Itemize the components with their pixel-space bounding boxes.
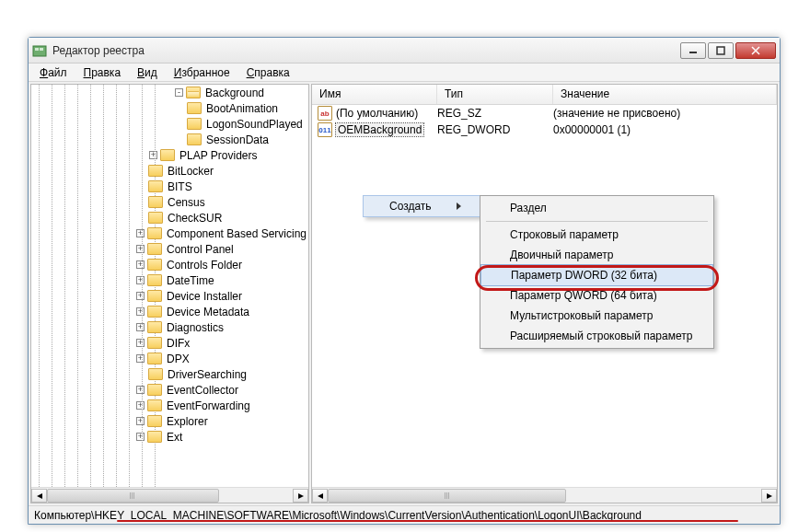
value-data: (значение не присвоено) <box>553 107 777 120</box>
tree-item[interactable]: +EventForwarding <box>31 398 308 413</box>
list-row[interactable]: 011OEMBackgroundREG_DWORD0x00000001 (1) <box>312 121 777 138</box>
expander-icon[interactable]: + <box>136 323 145 331</box>
tree-pane: -BackgroundBootAnimationLogonSoundPlayed… <box>30 84 309 503</box>
list-h-scrollbar[interactable]: ◂ ▸ <box>312 487 777 503</box>
expander-icon[interactable]: + <box>136 386 145 394</box>
scroll-right-button[interactable]: ▸ <box>293 489 308 503</box>
ctx-new-dword[interactable]: Параметр DWORD (32 бита) <box>480 264 713 286</box>
folder-icon <box>147 431 162 443</box>
window-title: Редактор реестра <box>52 44 678 57</box>
tree-h-scrollbar[interactable]: ◂ ▸ <box>31 487 308 503</box>
tree-item-label: Device Installer <box>165 290 244 303</box>
ctx-new-expandstring[interactable]: Расширяемый строковый параметр <box>480 326 713 346</box>
tree-item-label: Component Based Servicing <box>165 227 308 240</box>
ctx-create[interactable]: Создать <box>363 195 480 217</box>
value-type-icon: ab <box>318 106 332 121</box>
menu-view[interactable]: Вид <box>130 64 165 81</box>
folder-icon <box>147 415 162 427</box>
menu-edit[interactable]: Правка <box>76 64 129 81</box>
tree-item[interactable]: LogonSoundPlayed <box>31 116 308 132</box>
list-rows[interactable]: ab(По умолчанию)REG_SZ(значение не присв… <box>312 105 777 138</box>
menu-help[interactable]: Справка <box>239 64 297 81</box>
tree-item[interactable]: +Device Installer <box>31 288 308 304</box>
value-name: (По умолчанию) <box>336 107 418 120</box>
tree-item[interactable]: CheckSUR <box>31 210 308 226</box>
ctx-new-qword[interactable]: Параметр QWORD (64 бита) <box>480 285 713 306</box>
tree-item[interactable]: +Diagnostics <box>31 319 308 335</box>
menu-file[interactable]: Файл <box>32 64 75 81</box>
col-name[interactable]: Имя <box>312 85 437 104</box>
close-button[interactable] <box>735 42 776 59</box>
tree-item[interactable]: +DIFx <box>31 335 308 351</box>
tree-item[interactable]: SessionData <box>31 132 308 147</box>
tree-item[interactable]: +EventCollector <box>31 382 308 398</box>
svg-rect-0 <box>33 46 46 56</box>
expander-icon[interactable]: + <box>136 229 145 237</box>
expander-icon[interactable]: + <box>136 292 145 300</box>
tree-item-label: Explorer <box>165 415 210 428</box>
tree-item[interactable]: +PLAP Providers <box>31 147 308 163</box>
tree-item-label: DriverSearching <box>166 368 249 381</box>
tree-item-label: EventForwarding <box>165 399 252 412</box>
app-icon <box>32 43 47 58</box>
folder-icon <box>187 102 202 114</box>
ctx-new-string[interactable]: Строковый параметр <box>480 225 713 245</box>
tree-item[interactable]: +Control Panel <box>31 241 308 257</box>
tree-content[interactable]: -BackgroundBootAnimationLogonSoundPlayed… <box>31 85 308 487</box>
expander-icon[interactable]: + <box>149 151 157 159</box>
folder-icon <box>148 165 163 177</box>
list-row[interactable]: ab(По умолчанию)REG_SZ(значение не присв… <box>312 105 777 121</box>
tree-item[interactable]: +Component Based Servicing <box>31 226 308 241</box>
expander-icon[interactable]: - <box>175 88 183 97</box>
menu-favorites[interactable]: Избранное <box>167 64 237 81</box>
context-menu[interactable]: Создать <box>363 195 480 217</box>
minimize-button[interactable] <box>680 42 706 59</box>
tree-item-label: Background <box>203 87 266 99</box>
col-value[interactable]: Значение <box>553 85 777 104</box>
tree-item-label: Control Panel <box>165 243 236 256</box>
context-submenu-create[interactable]: Раздел Строковый параметр Двоичный парам… <box>480 195 714 349</box>
expander-icon[interactable]: + <box>136 307 145 316</box>
folder-icon <box>148 212 163 224</box>
tree-item[interactable]: +Ext <box>31 429 308 445</box>
value-type: REG_SZ <box>437 107 553 120</box>
col-type[interactable]: Тип <box>437 85 553 104</box>
tree-item[interactable]: BITS <box>31 179 308 194</box>
tree-item[interactable]: +DateTime <box>31 272 308 288</box>
folder-icon <box>147 243 162 255</box>
list-header[interactable]: Имя Тип Значение <box>312 85 777 105</box>
tree-item[interactable]: +Device Metadata <box>31 304 308 319</box>
tree-item[interactable]: BitLocker <box>31 163 308 179</box>
tree-item[interactable]: -Background <box>31 85 308 100</box>
folder-icon <box>147 384 162 396</box>
scroll-left-button[interactable]: ◂ <box>312 489 328 503</box>
expander-icon[interactable]: + <box>136 339 145 347</box>
folder-icon <box>186 87 201 98</box>
ctx-new-key[interactable]: Раздел <box>480 198 713 218</box>
ctx-new-binary[interactable]: Двоичный параметр <box>480 245 713 265</box>
folder-icon <box>147 274 162 286</box>
titlebar[interactable]: Редактор реестра <box>29 38 780 64</box>
tree-item-label: Ext <box>165 431 184 444</box>
expander-icon[interactable]: + <box>136 354 145 363</box>
tree-item-label: Controls Folder <box>165 259 244 272</box>
scroll-left-button[interactable]: ◂ <box>31 489 47 503</box>
expander-icon[interactable]: + <box>136 401 145 410</box>
expander-icon[interactable]: + <box>136 245 145 253</box>
expander-icon[interactable]: + <box>136 417 145 425</box>
maximize-button[interactable] <box>708 42 734 59</box>
ctx-new-multistring[interactable]: Мультистроковый параметр <box>480 306 713 326</box>
tree-item[interactable]: DriverSearching <box>31 366 308 382</box>
tree-item[interactable]: BootAnimation <box>31 100 308 116</box>
menu-separator <box>486 221 708 222</box>
expander-icon[interactable]: + <box>136 260 145 269</box>
expander-icon[interactable]: + <box>136 433 145 441</box>
tree-item[interactable]: +Controls Folder <box>31 257 308 272</box>
expander-icon[interactable]: + <box>136 276 145 284</box>
tree-item[interactable]: +Explorer <box>31 413 308 429</box>
folder-icon <box>147 321 162 333</box>
scroll-right-button[interactable]: ▸ <box>761 489 777 503</box>
folder-icon <box>147 259 162 271</box>
tree-item[interactable]: Census <box>31 194 308 210</box>
tree-item[interactable]: +DPX <box>31 351 308 366</box>
